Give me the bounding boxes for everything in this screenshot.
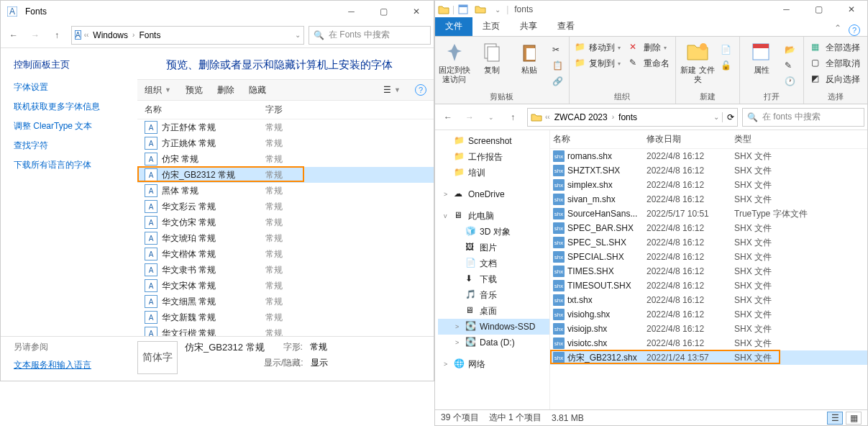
hide-button[interactable]: 隐藏 <box>242 80 273 100</box>
font-row[interactable]: A华文彩云 常规常规 <box>137 199 434 214</box>
history-button[interactable]: 🕐 <box>782 74 799 90</box>
organize-button[interactable]: 组织 ▼ <box>137 80 178 100</box>
file-row[interactable]: shxvisiotc.shx2022/4/8 16:12SHX 文件 <box>550 336 867 350</box>
expand-icon[interactable]: > <box>455 339 462 346</box>
back-button[interactable]: ← <box>4 25 24 45</box>
file-row[interactable]: shxtxt.shx2022/4/8 16:12SHX 文件 <box>550 293 867 307</box>
tree-item[interactable]: 📄文档 <box>438 255 549 271</box>
tree-item[interactable]: 📁Screenshot <box>438 133 549 149</box>
details-view-button[interactable]: ☰ <box>827 412 843 425</box>
tree-item[interactable]: 🧊3D 对象 <box>438 224 549 240</box>
font-row[interactable]: A仿宋 常规常规 <box>137 151 434 167</box>
address-bar[interactable]: A ‹‹ Windows › Fonts ⌄ <box>71 26 304 45</box>
recent-dropdown[interactable]: ⌄ <box>481 107 501 127</box>
minimize-button[interactable]: ─ <box>335 1 367 22</box>
tab-file[interactable]: 文件 <box>435 17 472 36</box>
tree-item[interactable]: >💽Data (D:) <box>438 335 549 350</box>
nav-tree[interactable]: 📁Screenshot📁工作报告📁培训>☁OneDrivev🖥此电脑🧊3D 对象… <box>435 130 550 409</box>
delete-button[interactable]: 删除 <box>210 80 242 100</box>
rename-button[interactable]: ✎重命名 <box>626 55 672 71</box>
expand-icon[interactable]: > <box>444 191 451 198</box>
font-row[interactable]: A方正姚体 常规常规 <box>137 135 434 151</box>
cpl-home-link[interactable]: 控制面板主页 <box>14 58 137 71</box>
select-all-button[interactable]: ▦全部选择 <box>808 40 863 55</box>
font-row[interactable]: A仿宋_GB2312 常规常规 <box>137 167 434 183</box>
crumb[interactable]: ZWCAD 2023 <box>553 112 609 122</box>
file-row[interactable]: shxromans.shx2022/4/8 16:12SHX 文件 <box>550 149 867 163</box>
crumb[interactable]: fonts <box>617 112 639 122</box>
font-row[interactable]: A华文仿宋 常规常规 <box>137 214 434 230</box>
maximize-button[interactable]: ▢ <box>803 0 835 20</box>
font-row[interactable]: A华文新魏 常规常规 <box>137 309 434 325</box>
col-date-header[interactable]: 修改日期 <box>647 133 734 145</box>
file-row[interactable]: shxSHZTXT.SHX2022/4/8 16:12SHX 文件 <box>550 163 867 178</box>
font-row[interactable]: A华文细黑 常规常规 <box>137 294 434 309</box>
tree-item[interactable]: 🎵音乐 <box>438 287 549 303</box>
tree-item[interactable]: v🖥此电脑 <box>438 208 549 224</box>
col-name-header[interactable]: 名称 <box>553 133 647 145</box>
copy-button[interactable]: 复制 <box>475 40 509 75</box>
tree-item[interactable]: 📁培训 <box>438 165 549 181</box>
column-headers[interactable]: 名称 修改日期 类型 <box>550 130 867 149</box>
see-also-link[interactable]: 文本服务和输入语言 <box>14 360 91 370</box>
properties-qat-icon[interactable] <box>455 1 471 17</box>
tree-item[interactable]: >☁OneDrive <box>438 186 549 202</box>
crumb[interactable]: Fonts <box>137 30 162 40</box>
tab-view[interactable]: 查看 <box>547 17 585 36</box>
properties-button[interactable]: 属性 <box>744 40 779 75</box>
file-row[interactable]: shxsivan_m.shx2022/4/8 16:12SHX 文件 <box>550 192 867 207</box>
new-folder-button[interactable]: 新建 文件夹 <box>680 40 715 84</box>
sidebar-link[interactable]: 调整 ClearType 文本 <box>14 120 137 132</box>
file-row[interactable]: shx仿宋_GB2312.shx2022/1/24 13:57SHX 文件 <box>550 350 867 365</box>
edit-button[interactable]: ✎ <box>782 58 799 74</box>
close-button[interactable]: ✕ <box>400 1 432 22</box>
titlebar[interactable]: A Fonts ─ ▢ ✕ <box>1 1 434 22</box>
paste-button[interactable]: 粘贴 <box>512 40 547 75</box>
expand-icon[interactable]: v <box>444 212 451 219</box>
crumb[interactable]: Windows <box>91 30 129 40</box>
sidebar-link[interactable]: 字体设置 <box>14 81 137 94</box>
sidebar-link[interactable]: 联机获取更多字体信息 <box>14 101 137 113</box>
search-input[interactable]: 🔍 在 fonts 中搜索 <box>742 108 864 127</box>
tree-item[interactable]: 📁工作报告 <box>438 149 549 165</box>
font-row[interactable]: A华文隶书 常规常规 <box>137 262 434 278</box>
font-row[interactable]: A华文行楷 常规常规 <box>137 325 434 336</box>
view-dropdown[interactable]: ☰ ▼ <box>376 80 408 100</box>
file-row[interactable]: shxTIMESOUT.SHX2022/4/8 16:12SHX 文件 <box>550 278 867 293</box>
invert-selection-button[interactable]: ◩反向选择 <box>808 71 863 87</box>
move-to-button[interactable]: 📁移动到▾ <box>572 40 623 55</box>
maximize-button[interactable]: ▢ <box>367 1 400 22</box>
expand-icon[interactable]: > <box>455 323 462 330</box>
dropdown-icon[interactable]: ⌄ <box>295 31 301 39</box>
search-input[interactable]: 🔍 在 Fonts 中搜索 <box>309 26 431 45</box>
cut-button[interactable]: ✂ <box>549 42 567 58</box>
file-row[interactable]: shxTIMES.SHX2022/4/8 16:12SHX 文件 <box>550 264 867 278</box>
sidebar-link[interactable]: 查找字符 <box>14 140 137 152</box>
close-button[interactable]: ✕ <box>835 0 867 20</box>
col-type-header[interactable]: 类型 <box>734 133 828 145</box>
file-row[interactable]: shxSPEC_SL.SHX2022/4/8 16:12SHX 文件 <box>550 235 867 250</box>
address-bar[interactable]: ‹‹ ZWCAD 2023 › fonts ⌄ ⟳ <box>527 108 738 127</box>
up-button[interactable]: ↑ <box>503 107 523 127</box>
font-row[interactable]: A华文宋体 常规常规 <box>137 278 434 294</box>
preview-button[interactable]: 预览 <box>178 80 210 100</box>
tree-item[interactable]: ⬇下载 <box>438 271 549 287</box>
delete-ribbon-button[interactable]: ✕删除▾ <box>626 40 672 55</box>
minimize-ribbon-button[interactable]: ⌃ <box>827 20 849 36</box>
up-button[interactable]: ↑ <box>47 25 67 45</box>
refresh-button[interactable]: ⟳ <box>722 112 734 122</box>
font-row[interactable]: A方正舒体 常规常规 <box>137 119 434 135</box>
select-none-button[interactable]: ▢全部取消 <box>808 55 863 71</box>
copy-to-button[interactable]: 📁复制到▾ <box>572 55 623 71</box>
paste-shortcut-button[interactable]: 🔗 <box>549 74 567 90</box>
file-row[interactable]: shxsimplex.shx2022/4/8 16:12SHX 文件 <box>550 178 867 192</box>
folder-qat-icon[interactable] <box>472 1 488 17</box>
expand-icon[interactable]: > <box>444 361 451 368</box>
icons-view-button[interactable]: ▦ <box>846 412 862 425</box>
tree-item[interactable]: >🌐网络 <box>438 356 549 372</box>
font-row[interactable]: A黑体 常规常规 <box>137 183 434 199</box>
font-row[interactable]: A华文楷体 常规常规 <box>137 246 434 262</box>
minimize-button[interactable]: ─ <box>770 0 803 20</box>
back-button[interactable]: ← <box>438 107 458 127</box>
file-row[interactable]: shxvisiojp.shx2022/4/8 16:12SHX 文件 <box>550 322 867 336</box>
